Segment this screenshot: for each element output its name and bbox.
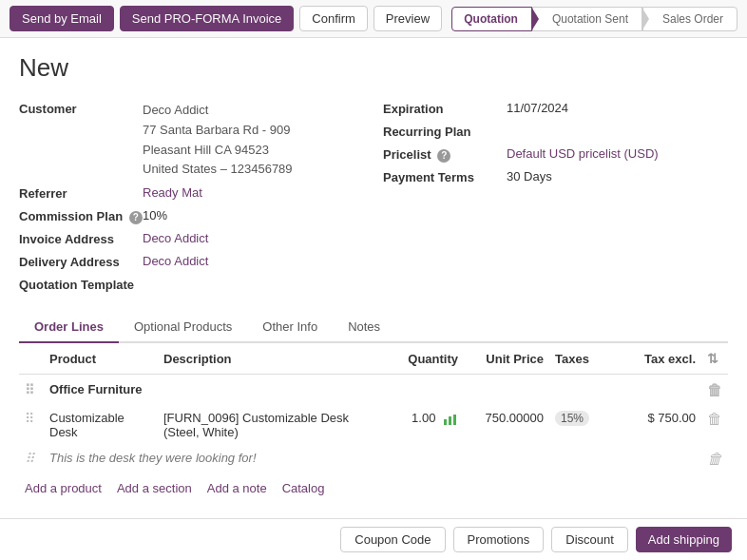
delete-product-icon[interactable]: 🗑 [707, 411, 722, 428]
customer-address3: United States – 123456789 [143, 160, 293, 180]
add-shipping-button[interactable]: Add shipping [636, 527, 732, 552]
section-name: Office Furniture [44, 375, 701, 406]
table-section-row: ⠿ Office Furniture 🗑 [19, 375, 728, 406]
commission-label: Commission Plan ? [19, 208, 143, 224]
delivery-value[interactable]: Deco Addict [143, 254, 208, 268]
drag-handle-product[interactable]: ⠿ [25, 411, 38, 426]
add-note-link[interactable]: Add a note [207, 481, 267, 495]
tab-other-info[interactable]: Other Info [247, 312, 333, 343]
add-section-link[interactable]: Add a section [117, 481, 192, 495]
drag-handle-note[interactable]: ⠿ [25, 451, 38, 466]
tab-notes[interactable]: Notes [333, 312, 395, 343]
delete-section-icon[interactable]: 🗑 [707, 382, 722, 399]
discount-button[interactable]: Discount [551, 527, 628, 552]
drag-handle-section[interactable]: ⠿ [25, 382, 38, 397]
table-note-row: ⠿ This is the desk they were looking for… [19, 445, 728, 473]
form-grid: Customer Deco Addict 77 Santa Barbara Rd… [19, 98, 728, 297]
recurring-row: Recurring Plan [383, 121, 728, 144]
expiration-value[interactable]: 11/07/2024 [507, 101, 568, 115]
pipeline-step-sales-order[interactable]: Sales Order [642, 7, 737, 31]
quotation-template-row: Quotation Template [19, 274, 364, 297]
note-text[interactable]: This is the desk they were looking for! [44, 445, 701, 473]
referrer-row: Referrer Ready Mat [19, 183, 364, 205]
toolbar: Send by Email Send PRO-FORMA Invoice Con… [0, 0, 747, 38]
invoice-value[interactable]: Deco Addict [143, 231, 208, 245]
send-proforma-button[interactable]: Send PRO-FORMA Invoice [120, 6, 295, 31]
commission-row: Commission Plan ? 10% [19, 205, 364, 228]
tab-order-lines[interactable]: Order Lines [19, 312, 119, 343]
tab-optional-products[interactable]: Optional Products [119, 312, 247, 343]
invoice-address-row: Invoice Address Deco Addict [19, 228, 364, 251]
table-row: ⠿ Customizable Desk [FURN_0096] Customiz… [19, 405, 728, 445]
forecast-chart-icon[interactable] [443, 413, 458, 426]
col-product-header: Product [44, 343, 158, 375]
preview-button[interactable]: Preview [374, 6, 442, 31]
svg-rect-0 [444, 419, 447, 425]
customer-label: Customer [19, 101, 143, 116]
svg-rect-2 [453, 415, 456, 425]
pipeline: Quotation Quotation Sent Sales Order [451, 7, 737, 31]
page-title: New [19, 53, 728, 83]
tax-cell[interactable]: 15% [549, 405, 616, 445]
form-right: Expiration 11/07/2024 Recurring Plan Pri… [383, 98, 728, 297]
tax-badge: 15% [555, 411, 589, 426]
col-qty-header: Quantity [388, 343, 464, 375]
customer-value[interactable]: Deco Addict 77 Santa Barbara Rd - 909 Pl… [143, 101, 293, 180]
tab-bar: Order Lines Optional Products Other Info… [19, 312, 728, 343]
promotions-button[interactable]: Promotions [453, 527, 545, 552]
referrer-value[interactable]: Ready Mat [143, 185, 202, 200]
col-price-header: Unit Price [464, 343, 549, 375]
customer-row: Customer Deco Addict 77 Santa Barbara Rd… [19, 98, 364, 183]
catalog-link[interactable]: Catalog [282, 481, 325, 495]
expiration-label: Expiration [383, 101, 507, 116]
payment-terms-row: Payment Terms 30 Days [383, 166, 728, 189]
coupon-code-button[interactable]: Coupon Code [340, 527, 445, 552]
confirm-button[interactable]: Confirm [299, 6, 368, 31]
pricelist-help-icon[interactable]: ? [437, 149, 450, 163]
desc-cell[interactable]: [FURN_0096] Customizable Desk (Steel, Wh… [158, 405, 388, 445]
col-drag-header [19, 343, 44, 375]
qty-cell[interactable]: 1.00 [388, 405, 464, 445]
send-by-email-button[interactable]: Send by Email [10, 6, 114, 31]
bottom-bar: Coupon Code Promotions Discount Add ship… [0, 518, 747, 560]
pipeline-step-quotation-sent[interactable]: Quotation Sent [532, 7, 642, 31]
delivery-label: Delivery Address [19, 254, 143, 269]
pricelist-label: Pricelist ? [383, 146, 507, 163]
pipeline-step-quotation[interactable]: Quotation [451, 7, 532, 31]
payment-terms-label: Payment Terms [383, 169, 507, 184]
delete-note-icon[interactable]: 🗑 [707, 451, 722, 468]
payment-terms-value[interactable]: 30 Days [507, 169, 552, 183]
col-taxexcl-header: Tax excl. [616, 343, 701, 375]
price-cell[interactable]: 750.00000 [464, 405, 549, 445]
customer-name[interactable]: Deco Addict [143, 101, 293, 121]
form-left: Customer Deco Addict 77 Santa Barbara Rd… [19, 98, 364, 297]
quotation-template-label: Quotation Template [19, 277, 143, 292]
commission-help-icon[interactable]: ? [129, 211, 143, 224]
reorder-icon: ⇅ [707, 351, 718, 366]
add-links: Add a product Add a section Add a note C… [19, 473, 728, 503]
col-taxes-header: Taxes [549, 343, 616, 375]
main-content: New Customer Deco Addict 77 Santa Barbar… [0, 38, 747, 560]
pricelist-row: Pricelist ? Default USD pricelist (USD) [383, 144, 728, 166]
expiration-row: Expiration 11/07/2024 [383, 98, 728, 121]
customer-address1: 77 Santa Barbara Rd - 909 [143, 121, 293, 141]
pricelist-value[interactable]: Default USD pricelist (USD) [507, 146, 659, 161]
recurring-label: Recurring Plan [383, 124, 507, 139]
commission-value: 10% [143, 208, 167, 222]
qty-value: 1.00 [412, 411, 435, 425]
invoice-label: Invoice Address [19, 231, 143, 246]
delivery-address-row: Delivery Address Deco Addict [19, 251, 364, 274]
taxexcl-cell: $ 750.00 [616, 405, 701, 445]
order-table: Product Description Quantity Unit Price … [19, 343, 728, 473]
col-desc-header: Description [158, 343, 388, 375]
col-del-header: ⇅ [701, 343, 728, 375]
add-product-link[interactable]: Add a product [25, 481, 102, 495]
customer-address2: Pleasant Hill CA 94523 [143, 141, 293, 161]
product-cell[interactable]: Customizable Desk [44, 405, 158, 445]
svg-rect-1 [449, 416, 451, 425]
referrer-label: Referrer [19, 185, 143, 201]
